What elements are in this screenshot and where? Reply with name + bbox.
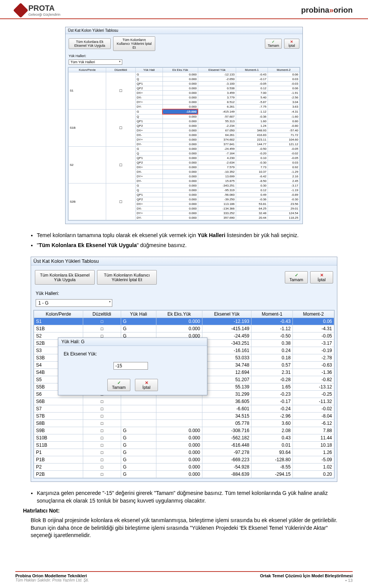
table-row: S2G0.000-24.459-0.50-0.05 <box>69 147 300 151</box>
prota-logo-sub: Geleceği Güçlendirin <box>28 13 61 16</box>
cancel-user-loads-button[interactable]: Tüm Kolonların Kullanıcı Yüklerini İptal… <box>97 270 157 285</box>
window-title: Üst Kat Kolon Yükleri Tablosu <box>31 257 337 265</box>
footer-page-number: • 13 <box>260 578 353 583</box>
right-logo: probina»orion <box>301 6 353 15</box>
footer-right-main: Ortak Temel Çözümü İçin Model Birleştiri… <box>260 573 353 578</box>
table-row[interactable]: P2G0.000-54.928-8.551.02 <box>34 464 334 471</box>
apply-all-button[interactable]: Tüm Kolonlara Ek Eksenel Yük Uygula <box>69 38 111 49</box>
note-heading: Hatırlatıcı Not: <box>23 507 345 515</box>
yuk-halleri-label: Yük Halleri: <box>69 54 86 58</box>
x-icon: ✕ <box>145 380 148 385</box>
apply-all-button[interactable]: Tüm Kolonlara Ek Eksenel Yük Uygula <box>35 270 95 285</box>
table-row[interactable]: P1G0.000-97.27893.641.26 <box>34 449 334 456</box>
table-row: S2BG0.000-343.2510.30-3.17 <box>69 183 300 188</box>
table-row[interactable]: S11BG0.000-616.4480.0110.18 <box>34 442 334 449</box>
small-screenshot-window: Üst Kat Kolon Yükleri Tablosu Tüm Kolonl… <box>65 27 303 224</box>
big-screenshot-window: Üst Kat Kolon Yükleri Tablosu Tüm Kolonl… <box>31 257 337 482</box>
table-row[interactable]: S1BG0.000-415.149-1.12-4.31 <box>34 325 334 332</box>
cancel-button[interactable]: ✕İptal <box>284 39 299 49</box>
table-row[interactable]: S7B34.515-2.96-8.04 <box>34 413 334 420</box>
note-body: Blok B orijinal projesinde kolonlara ek … <box>31 517 345 539</box>
x-icon: ✕ <box>290 40 293 44</box>
popup-value-input[interactable]: -15 <box>113 362 148 370</box>
table-row: S1BG-15.000-415.149-1.12-4.31 <box>69 109 300 114</box>
table-row[interactable]: S1G0.000-12.193-0.430.06 <box>34 318 334 325</box>
bullet-list-1: Temel kolonların tamamına toplu olarak e… <box>23 232 345 249</box>
yuk-halleri-combo[interactable]: 1 - G <box>36 299 112 307</box>
ok-button[interactable]: ✓Tamam <box>265 39 282 49</box>
footer-left-sub: Tüm Hakları Saklıdır. Prota Yazılım Ltd.… <box>15 578 89 582</box>
page-footer: Probina Orion Modelleme Teknikleri Tüm H… <box>15 571 353 583</box>
check-icon: ✓ <box>272 40 275 44</box>
table-row[interactable]: S7-6.601-0.24-0.02 <box>34 405 334 413</box>
table-row[interactable]: S6B36.605-0.17-11.32 <box>34 398 334 405</box>
footer-left-main: Probina Orion Modelleme Teknikleri <box>15 573 89 578</box>
yuk-halleri-label: Yük Halleri: <box>36 291 59 296</box>
bullet-item: Temel kolonların tamamına toplu olarak e… <box>37 232 345 239</box>
popup-cancel-button[interactable]: ✕İptal <box>135 379 158 391</box>
bullet-item: Karşınıza gelen pencerede "-15" değerini… <box>37 490 345 504</box>
bullet-list-2: Karşınıza gelen pencerede "-15" değerini… <box>23 490 345 539</box>
check-icon: ✓ <box>295 273 298 277</box>
popup-ok-button[interactable]: ✓Tamam <box>107 379 130 391</box>
popup-label: Ek Eksenel Yük: <box>64 351 97 357</box>
ok-button[interactable]: ✓Tamam <box>285 271 308 283</box>
cancel-button[interactable]: ✕İptal <box>310 271 333 283</box>
prota-logo-icon <box>13 3 28 18</box>
table-row[interactable]: P2BG0.000-884.639-294.150.20 <box>34 471 334 478</box>
small-loads-table: Kolon/PerdeDüzeltildiYük HaliEk Eks.YükE… <box>68 67 300 220</box>
check-icon: ✓ <box>117 380 121 385</box>
table-row: S1G0.000-12.133-0.430.06 <box>69 72 300 77</box>
table-row[interactable]: S10BG0.000-562.1820.4311.44 <box>34 434 334 442</box>
ek-eksenel-popup: Yük Hali: G Ek Eksenel Yük: -15 ✓Tamam ✕… <box>58 337 207 395</box>
page-header: PROTA Geleceği Güçlendirin probina»orion <box>0 0 368 19</box>
window-title: Üst Kat Kolon Yükleri Tablosu <box>66 27 302 34</box>
x-icon: ✕ <box>320 273 324 277</box>
bullet-item: "Tüm Kolonlara Ek Eksenel Yük Uygula" dü… <box>37 242 345 249</box>
table-row[interactable]: P1BG0.000-669.223-128.80-5.09 <box>34 456 334 464</box>
cancel-user-loads-button[interactable]: Tüm Kolonların Kullanıcı Yüklerini İptal… <box>113 36 155 51</box>
table-row[interactable]: S8B05.7783.60-6.12 <box>34 420 334 427</box>
table-row[interactable]: S9BG0.000-308.7162.087.88 <box>34 427 334 434</box>
popup-title: Yük Hali: G <box>58 338 207 346</box>
left-logo: PROTA Geleceği Güçlendirin <box>15 4 61 16</box>
yuk-halleri-combo[interactable]: Tüm Yük Halleri <box>69 59 122 65</box>
prota-logo-text: PROTA <box>28 4 61 13</box>
